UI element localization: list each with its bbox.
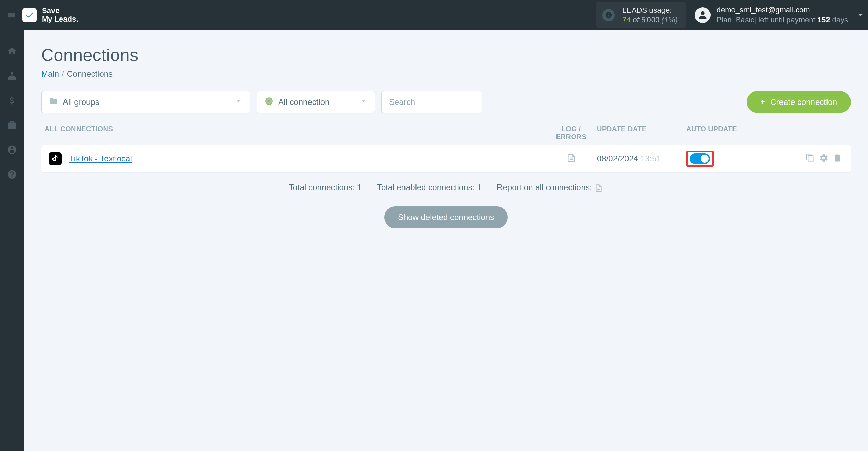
- report-all-link[interactable]: Report on all connections:: [497, 183, 603, 193]
- nav-help[interactable]: [6, 169, 18, 180]
- copy-icon[interactable]: [805, 153, 815, 164]
- chevron-down-icon: [360, 97, 367, 107]
- logo[interactable]: Save My Leads.: [22, 7, 78, 23]
- log-file-icon[interactable]: [566, 153, 576, 164]
- check-icon: [25, 10, 34, 20]
- nav-connections[interactable]: [6, 70, 18, 82]
- show-deleted-button[interactable]: Show deleted connections: [384, 206, 508, 228]
- avatar: [695, 7, 711, 23]
- trash-icon[interactable]: [833, 153, 842, 164]
- info-icon: [602, 9, 615, 21]
- svg-rect-1: [8, 77, 10, 80]
- sitemap-icon: [7, 71, 17, 81]
- col-date: UPDATE DATE: [597, 125, 686, 141]
- gear-icon[interactable]: [819, 153, 829, 164]
- search-input[interactable]: [381, 91, 482, 113]
- filters-row: All groups All connection + Create conne…: [41, 91, 851, 113]
- plus-icon: +: [760, 97, 765, 107]
- auto-update-toggle[interactable]: [690, 153, 710, 164]
- connection-row: TikTok - Textlocal 08/02/2024 13:51: [41, 145, 851, 172]
- user-circle-icon: [7, 145, 17, 155]
- leads-usage-text: LEADS usage: 74 of 5'000 (1%): [622, 5, 678, 24]
- user-icon: [697, 9, 708, 21]
- col-name: ALL CONNECTIONS: [45, 125, 546, 141]
- tiktok-icon: [49, 152, 62, 165]
- chevron-down-icon[interactable]: [856, 10, 865, 22]
- app-header: Save My Leads. LEADS usage: 74 of 5'000 …: [0, 0, 868, 30]
- account-menu[interactable]: demo_sml_test@gmail.com Plan |Basic| lef…: [695, 5, 862, 25]
- connection-filter-select[interactable]: All connection: [257, 91, 375, 113]
- side-nav: [0, 30, 24, 451]
- home-icon: [7, 46, 17, 56]
- svg-rect-0: [11, 72, 13, 74]
- main-content: Connections Main/Connections All groups …: [24, 30, 868, 244]
- summary-row: Total connections: 1 Total enabled conne…: [41, 183, 851, 193]
- nav-integrations[interactable]: [6, 119, 18, 131]
- dollar-icon: [7, 95, 17, 106]
- nav-account[interactable]: [6, 144, 18, 156]
- leads-usage[interactable]: LEADS usage: 74 of 5'000 (1%): [596, 2, 686, 28]
- briefcase-icon: [7, 120, 17, 130]
- connection-filter-label: All connection: [278, 97, 329, 107]
- page-title: Connections: [41, 45, 851, 65]
- create-connection-button[interactable]: + Create connection: [747, 91, 851, 113]
- account-info: demo_sml_test@gmail.com Plan |Basic| lef…: [717, 5, 848, 25]
- breadcrumb-current: Connections: [67, 69, 113, 78]
- logo-text: Save My Leads.: [42, 7, 78, 23]
- breadcrumb: Main/Connections: [41, 69, 851, 79]
- col-auto: AUTO UPDATE: [686, 125, 796, 141]
- connection-name-link[interactable]: TikTok - Textlocal: [69, 154, 132, 163]
- svg-rect-2: [11, 77, 13, 80]
- groups-select[interactable]: All groups: [41, 91, 250, 113]
- highlight-box: [686, 151, 714, 167]
- svg-rect-3: [14, 77, 16, 80]
- col-log: LOG / ERRORS: [546, 125, 597, 141]
- chevron-down-icon: [235, 97, 243, 107]
- breadcrumb-main[interactable]: Main: [41, 69, 59, 78]
- nav-billing[interactable]: [6, 95, 18, 106]
- file-icon: [594, 183, 603, 192]
- update-date: 08/02/2024 13:51: [597, 154, 686, 163]
- hamburger-icon: [7, 10, 16, 20]
- help-icon: [7, 169, 17, 180]
- list-header: ALL CONNECTIONS LOG / ERRORS UPDATE DATE…: [41, 125, 851, 141]
- groups-select-label: All groups: [63, 97, 99, 107]
- folder-icon: [49, 97, 58, 108]
- nav-home[interactable]: [6, 45, 18, 57]
- play-circle-icon: [265, 97, 273, 108]
- logo-mark: [22, 8, 37, 22]
- menu-toggle[interactable]: [3, 7, 19, 23]
